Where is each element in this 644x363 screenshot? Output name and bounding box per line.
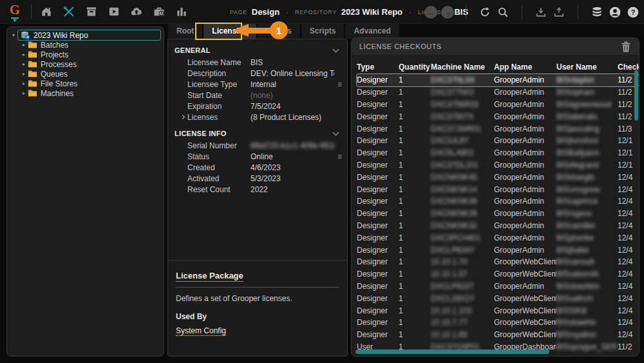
property-row[interactable]: Licensee Name BIS [172,57,343,68]
caret-right-icon[interactable]: ▸ [20,52,28,57]
tree-item-root[interactable]: ▾ 2023 Wiki Repo [10,30,161,40]
property-value[interactable]: 2022 [251,185,334,194]
tree-item[interactable]: ▸ Projects [10,50,161,59]
property-row[interactable]: Start Date (none) [172,90,343,101]
refresh-icon[interactable] [478,5,492,19]
database-icon[interactable] [590,5,604,19]
property-value[interactable]: Online [251,152,334,161]
bar-chart-icon[interactable] [175,5,189,19]
property-row[interactable]: Serial Number 8fbd720-b1c1-409e-9518-37b… [172,140,343,151]
table-row[interactable]: Designer 1 10.10.1.65 GrooperWebClient B… [357,329,639,341]
media-play-icon[interactable] [107,5,121,19]
table-row[interactable]: Designer 1 DXC5LA802 GrooperAdmin BISBal… [357,147,639,159]
forward-button[interactable]: → [441,6,454,19]
caret-right-icon[interactable]: ▸ [20,71,28,77]
property-value[interactable]: 4/6/2023 [251,163,334,172]
property-value[interactable]: BIS [251,58,334,67]
table-row[interactable]: Designer 1 DXCL28X2Y GrooperWebClient BI… [357,292,639,304]
table-row[interactable]: Designer 1 10.10.1.70 GrooperWebClient B… [357,256,639,268]
table-row[interactable]: Designer 1 DXCNKNK36 GrooperAdmin BISsap… [357,195,639,208]
table-row[interactable]: Designer 1 DXC377N02 GrooperAdmin BIStop… [357,86,639,99]
trash-icon[interactable] [621,41,631,52]
property-value[interactable]: 8fbd720-b1c1-409e-9518-37b... [251,141,334,150]
property-row[interactable]: Licenses (8 Product Licenses) [172,112,343,123]
table-row[interactable]: Designer 1 DXCLP923T GrooperAdmin BISsba… [357,280,639,293]
table-row[interactable]: Designer 1 DXCNKNK32 GrooperAdmin BIScam… [357,220,639,232]
design-tools-icon[interactable] [62,5,76,19]
page-value[interactable]: Design [252,7,279,17]
tree-item[interactable]: ▸ Machines [10,88,161,98]
tab[interactable]: Events [258,24,299,39]
caret-down-icon[interactable]: ▾ [10,32,17,38]
system-config-link[interactable]: System Config [176,326,226,336]
table-row[interactable]: Designer 1 DXCLP824Y GrooperAdmin BISjba… [357,244,639,256]
search-icon[interactable] [496,5,510,19]
table-row[interactable]: Designer 1 DXC3756R03 GrooperAdmin BISdg… [357,99,639,111]
tab[interactable]: Advanced [345,24,399,39]
batches-icon[interactable] [84,5,99,19]
property-row[interactable]: Expiration 7/5/2024 [172,101,343,112]
home-icon[interactable] [39,5,53,19]
table-row[interactable]: Designer 1 DXC37507X GrooperAdmin BISlab… [357,110,639,123]
column-header-quantity[interactable]: Quantity [399,63,431,72]
property-row[interactable]: Licensee Type Internal ≡ [172,79,343,90]
table-row[interactable]: Designer 1 DXC37JWR01 GrooperAdmin BISjw… [357,123,639,135]
property-value[interactable]: (none) [251,91,334,100]
briefcase-clock-icon[interactable] [152,5,166,19]
table-row[interactable]: Designer 1 DXC3PCH401 GrooperAdmin BISpl… [357,231,639,244]
section-header-general[interactable]: GENERAL [172,43,343,57]
table-row[interactable]: Designer 1 DXCNKNK40 GrooperAdmin BISkba… [357,171,639,183]
tab[interactable]: Scripts [301,24,345,39]
table-row[interactable]: Designer 1 DXC3JL8Y GrooperAdmin BISjlun… [357,135,639,147]
table-row[interactable]: Designer 1 10.10.7.77 GrooperWebClient B… [357,317,639,329]
table-row[interactable]: Designer 1 DXC37DL201 GrooperAdmin BISdl… [357,159,639,172]
cell-app-name: GrooperAdmin [494,197,556,206]
tree-item[interactable]: ▸ Queues [10,69,161,79]
cloud-upload-icon[interactable] [129,5,144,19]
property-value[interactable]: 5/3/2023 [251,174,334,183]
grooper-logo[interactable]: G [6,2,23,21]
column-header-user-name[interactable]: User Name [556,63,618,72]
horizontal-scrollbar[interactable] [355,349,549,354]
repository-value[interactable]: 2023 Wiki Repo [341,7,402,17]
download-icon[interactable] [534,5,548,19]
caret-right-icon[interactable]: ▸ [20,61,28,67]
tree-root-selected[interactable]: 2023 Wiki Repo [17,30,161,41]
property-value[interactable]: DEV: Online Licensing Test [251,69,334,78]
back-button[interactable]: ← [424,6,437,19]
tree-item[interactable]: ▸ Processes [10,59,161,69]
property-row[interactable]: Description DEV: Online Licensing Test [172,68,343,79]
column-header-app-name[interactable]: App Name [494,63,556,72]
table-row[interactable]: Designer 1 10.10.1.103 GrooperWebClient … [357,304,639,317]
tree-item[interactable]: ▸ Batches [10,40,161,50]
help-icon[interactable]: ? [626,5,640,19]
section-header-license-info[interactable]: LICENSE INFO [172,126,343,140]
property-panel: GENERAL Licensee Name BIS Description DE… [167,39,348,357]
property-row[interactable]: Created 4/6/2023 [172,162,343,173]
upload-icon[interactable] [552,5,566,19]
caret-right-icon[interactable]: ▸ [20,90,28,96]
property-row[interactable]: Reset Count 2022 [172,184,343,195]
property-value[interactable]: (8 Product Licenses) [251,113,334,122]
table-row[interactable]: Designer 1 DXCNKNK26 GrooperAdmin BISrsg… [357,208,639,220]
doc-title-link[interactable]: License Package [176,271,243,282]
tab[interactable]: Licensing [204,24,256,39]
vertical-scrollbar[interactable] [634,70,638,121]
caret-right-icon[interactable]: ▸ [20,81,28,86]
menu-icon[interactable]: ≡ [334,152,343,161]
table-row[interactable]: Designer 1 DXCNKNK14 GrooperAdmin BISsms… [357,183,639,195]
cell-type: Designer [357,173,399,182]
table-row[interactable]: Designer 1 DXC37NL8X GrooperAdmin BISrda… [357,74,639,86]
menu-icon[interactable]: ≡ [334,80,343,89]
caret-right-icon[interactable]: ▸ [20,42,28,48]
table-row[interactable]: Designer 1 10.10.1.57 GrooperWebClient B… [357,268,639,280]
user-account-icon[interactable] [608,5,622,19]
tree-item[interactable]: ▸ File Stores [10,79,161,88]
property-row[interactable]: Status Online ≡ [172,151,343,162]
property-row[interactable]: Activated 5/3/2023 [172,173,343,184]
property-value[interactable]: 7/5/2024 [251,102,334,111]
column-header-type[interactable]: Type [357,63,399,72]
tab[interactable]: Root [168,24,202,39]
property-value[interactable]: Internal [251,80,334,89]
column-header-machine-name[interactable]: Machine Name [431,63,494,72]
